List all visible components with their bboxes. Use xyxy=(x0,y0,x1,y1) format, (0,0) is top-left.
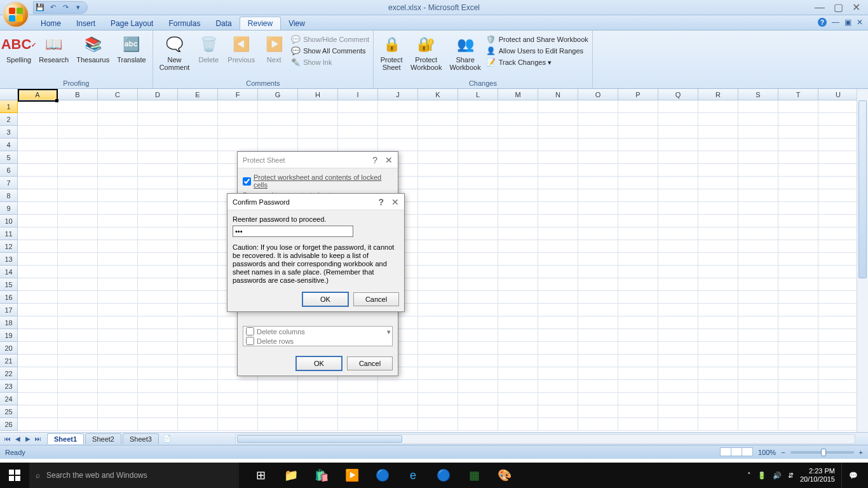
cell[interactable] xyxy=(418,151,458,164)
cell[interactable] xyxy=(18,177,58,189)
cell[interactable] xyxy=(738,100,778,113)
cell[interactable] xyxy=(338,418,378,431)
cell[interactable] xyxy=(538,126,578,139)
cell[interactable] xyxy=(98,227,138,240)
row-header[interactable]: 13 xyxy=(0,253,18,266)
column-header[interactable]: S xyxy=(738,89,778,100)
cell[interactable] xyxy=(458,266,498,278)
cell[interactable] xyxy=(138,215,178,227)
cell[interactable] xyxy=(778,202,818,215)
cell[interactable] xyxy=(578,304,618,316)
cell[interactable] xyxy=(498,367,538,380)
cell[interactable] xyxy=(298,100,338,113)
cell[interactable] xyxy=(818,316,858,329)
cell[interactable] xyxy=(618,393,658,405)
cell[interactable] xyxy=(818,405,858,418)
cell[interactable] xyxy=(698,189,738,202)
cell[interactable] xyxy=(818,240,858,253)
cell[interactable] xyxy=(778,405,818,418)
zoom-slider[interactable] xyxy=(790,451,854,454)
cell[interactable] xyxy=(458,164,498,177)
cell[interactable] xyxy=(618,316,658,329)
next-comment-button[interactable]: ▶️Next xyxy=(260,33,288,65)
cell[interactable] xyxy=(58,113,98,126)
column-header[interactable]: A xyxy=(18,89,58,100)
cell[interactable] xyxy=(58,266,98,278)
cell[interactable] xyxy=(338,100,378,113)
row-header[interactable]: 26 xyxy=(0,418,18,431)
cell[interactable] xyxy=(658,215,698,227)
row-header[interactable]: 14 xyxy=(0,266,18,278)
column-header[interactable]: K xyxy=(418,89,458,100)
cell[interactable] xyxy=(818,126,858,139)
cell[interactable] xyxy=(58,342,98,355)
cell[interactable] xyxy=(618,177,658,189)
cell[interactable] xyxy=(738,342,778,355)
row-header[interactable]: 21 xyxy=(0,355,18,367)
tray-chevron-icon[interactable]: ˄ xyxy=(747,471,751,480)
cell[interactable] xyxy=(138,342,178,355)
column-header[interactable]: R xyxy=(698,89,738,100)
cell[interactable] xyxy=(578,266,618,278)
cell[interactable] xyxy=(98,215,138,227)
cell[interactable] xyxy=(258,139,298,151)
cancel-button[interactable]: Cancel xyxy=(353,292,399,306)
cell[interactable] xyxy=(738,139,778,151)
cell[interactable] xyxy=(418,393,458,405)
row-header[interactable]: 11 xyxy=(0,227,18,240)
cell[interactable] xyxy=(538,342,578,355)
cell[interactable] xyxy=(138,113,178,126)
cell[interactable] xyxy=(178,367,218,380)
cell[interactable] xyxy=(418,240,458,253)
cell[interactable] xyxy=(98,329,138,342)
cell[interactable] xyxy=(498,278,538,291)
cell[interactable] xyxy=(58,202,98,215)
vertical-scrollbar[interactable] xyxy=(857,89,868,432)
horizontal-scrollbar[interactable] xyxy=(235,434,855,444)
cell[interactable] xyxy=(738,367,778,380)
cell[interactable] xyxy=(258,380,298,393)
cell[interactable] xyxy=(58,126,98,139)
cell[interactable] xyxy=(778,418,818,431)
start-button[interactable] xyxy=(0,463,29,488)
cell[interactable] xyxy=(138,418,178,431)
cell[interactable] xyxy=(658,329,698,342)
cell[interactable] xyxy=(778,367,818,380)
protect-and-share-button[interactable]: 🛡️Protect and Share Workbook xyxy=(486,34,588,44)
cell[interactable] xyxy=(738,266,778,278)
cell[interactable] xyxy=(458,177,498,189)
cell[interactable] xyxy=(58,316,98,329)
cell[interactable] xyxy=(698,113,738,126)
maximize-icon[interactable]: ▢ xyxy=(834,3,843,12)
cell[interactable] xyxy=(178,215,218,227)
cell[interactable] xyxy=(498,202,538,215)
cell[interactable] xyxy=(458,253,498,266)
cell[interactable] xyxy=(338,113,378,126)
cell[interactable] xyxy=(218,113,258,126)
cell[interactable] xyxy=(98,393,138,405)
cell[interactable] xyxy=(498,329,538,342)
chrome-icon[interactable]: 🔵 xyxy=(367,463,398,488)
cell[interactable] xyxy=(98,355,138,367)
cell[interactable] xyxy=(178,316,218,329)
cell[interactable] xyxy=(778,189,818,202)
cell[interactable] xyxy=(458,329,498,342)
cell[interactable] xyxy=(698,291,738,304)
scrollbar-thumb[interactable] xyxy=(858,100,867,278)
cell[interactable] xyxy=(98,151,138,164)
row-header[interactable]: 6 xyxy=(0,164,18,177)
cell[interactable] xyxy=(498,342,538,355)
cell[interactable] xyxy=(178,304,218,316)
cell[interactable] xyxy=(138,304,178,316)
cell[interactable] xyxy=(498,291,538,304)
row-header[interactable]: 5 xyxy=(0,151,18,164)
column-header[interactable]: H xyxy=(298,89,338,100)
cell[interactable] xyxy=(458,151,498,164)
cell[interactable] xyxy=(578,177,618,189)
cell[interactable] xyxy=(658,355,698,367)
cell[interactable] xyxy=(258,418,298,431)
cell[interactable] xyxy=(658,405,698,418)
cell[interactable] xyxy=(498,177,538,189)
cell[interactable] xyxy=(698,418,738,431)
cell[interactable] xyxy=(18,405,58,418)
